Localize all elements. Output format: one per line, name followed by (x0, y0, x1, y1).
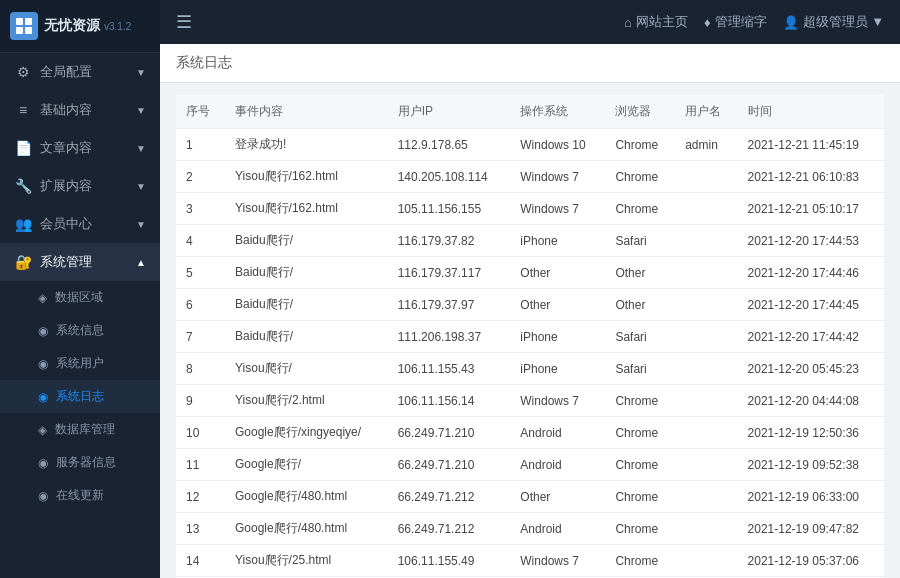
cell-6: 2021-12-20 05:45:23 (738, 353, 884, 385)
cell-5 (675, 513, 737, 545)
cell-1: Baidu爬行/ (225, 257, 388, 289)
table-row: 1登录成功!112.9.178.65Windows 10Chromeadmin2… (176, 129, 884, 161)
arrow-down-icon2: ▼ (136, 105, 146, 116)
sidebar-item-quanjupeizhit[interactable]: ⚙ 全局配置 ▼ (0, 53, 160, 91)
user2-icon: ◉ (38, 357, 48, 371)
sidebar-subitem-xitongriji[interactable]: ◉ 系统日志 (0, 380, 160, 413)
table-row: 13Google爬行/480.html66.249.71.212AndroidC… (176, 513, 884, 545)
cell-0: 14 (176, 545, 225, 577)
sidebar-subitem-xitongyonghu[interactable]: ◉ 系统用户 (0, 347, 160, 380)
topbar: ☰ ⌂ 网站主页 ♦ 管理缩字 👤 超级管理员 ▼ (160, 0, 900, 44)
cell-5 (675, 321, 737, 353)
cell-2: 111.206.198.37 (388, 321, 511, 353)
page-title: 系统日志 (160, 44, 900, 83)
sidebar-item-kuozhanneirong[interactable]: 🔧 扩展内容 ▼ (0, 167, 160, 205)
col-user: 用户名 (675, 95, 737, 129)
cell-3: Other (510, 289, 605, 321)
svg-rect-1 (25, 18, 32, 25)
cell-1: Yisou爬行/25.html (225, 545, 388, 577)
cell-5: admin (675, 129, 737, 161)
sidebar-item-jichuneirong[interactable]: ≡ 基础内容 ▼ (0, 91, 160, 129)
svg-rect-3 (25, 27, 32, 34)
cell-0: 7 (176, 321, 225, 353)
table-row: 6Baidu爬行/116.179.37.97OtherOther2021-12-… (176, 289, 884, 321)
topbar-right: ⌂ 网站主页 ♦ 管理缩字 👤 超级管理员 ▼ (624, 13, 884, 31)
sidebar-sublabel-shujukuguanli: 数据库管理 (55, 421, 115, 438)
cell-5 (675, 225, 737, 257)
cell-3: Android (510, 417, 605, 449)
cell-6: 2021-12-20 17:44:45 (738, 289, 884, 321)
avatar-icon: 👤 (783, 15, 799, 30)
cell-1: Yisou爬行/162.html (225, 161, 388, 193)
info-icon: ◉ (38, 324, 48, 338)
table-row: 7Baidu爬行/111.206.198.37iPhoneSafari2021-… (176, 321, 884, 353)
sidebar-label-wenzhanneirong: 文章内容 (40, 139, 92, 157)
home-link[interactable]: ⌂ 网站主页 (624, 13, 688, 31)
logo-version: v3.1.2 (104, 21, 131, 32)
content-area: 系统日志 序号 事件内容 用户IP 操作系统 浏览器 用户名 时间 1登录成功!… (160, 44, 900, 578)
cell-2: 116.179.37.82 (388, 225, 511, 257)
col-os: 操作系统 (510, 95, 605, 129)
sidebar-item-xitongguanli[interactable]: 🔐 系统管理 ▲ (0, 243, 160, 281)
cell-5 (675, 385, 737, 417)
cell-3: Windows 7 (510, 193, 605, 225)
sidebar-label-huiyuanzhongxin: 会员中心 (40, 215, 92, 233)
sidebar-item-wenzhanneirong[interactable]: 📄 文章内容 ▼ (0, 129, 160, 167)
cell-4: Chrome (605, 513, 675, 545)
gear-icon: ⚙ (14, 63, 32, 81)
cell-0: 11 (176, 449, 225, 481)
sidebar-item-huiyuanzhongxin[interactable]: 👥 会员中心 ▼ (0, 205, 160, 243)
cell-3: Other (510, 257, 605, 289)
cell-1: Google爬行/480.html (225, 513, 388, 545)
cell-1: Yisou爬行/ (225, 353, 388, 385)
sidebar-logo: 无忧资源 v3.1.2 (0, 0, 160, 53)
cell-0: 10 (176, 417, 225, 449)
sidebar-subitem-xitonginformation[interactable]: ◉ 系统信息 (0, 314, 160, 347)
svg-rect-0 (16, 18, 23, 25)
cell-0: 5 (176, 257, 225, 289)
menu-toggle-icon[interactable]: ☰ (176, 11, 192, 33)
cell-3: Android (510, 449, 605, 481)
cell-0: 9 (176, 385, 225, 417)
cell-1: Google爬行/ (225, 449, 388, 481)
cell-2: 116.179.37.97 (388, 289, 511, 321)
cell-1: Google爬行/480.html (225, 481, 388, 513)
cell-2: 106.11.155.49 (388, 545, 511, 577)
log-table: 序号 事件内容 用户IP 操作系统 浏览器 用户名 时间 1登录成功!112.9… (176, 95, 884, 578)
cell-2: 106.11.156.14 (388, 385, 511, 417)
col-id: 序号 (176, 95, 225, 129)
table-row: 3Yisou爬行/162.html105.11.156.155Windows 7… (176, 193, 884, 225)
table-row: 2Yisou爬行/162.html140.205.108.114Windows … (176, 161, 884, 193)
user-menu-link[interactable]: 👤 超级管理员 ▼ (783, 13, 884, 31)
db-icon: ◈ (38, 291, 47, 305)
cell-0: 1 (176, 129, 225, 161)
sidebar-subitem-fuwuqiinformation[interactable]: ◉ 服务器信息 (0, 446, 160, 479)
sidebar-subitem-zaixiangengxin[interactable]: ◉ 在线更新 (0, 479, 160, 512)
cell-3: Windows 7 (510, 545, 605, 577)
cell-1: Baidu爬行/ (225, 321, 388, 353)
col-event: 事件内容 (225, 95, 388, 129)
table-row: 10Google爬行/xingyeqiye/66.249.71.210Andro… (176, 417, 884, 449)
cell-6: 2021-12-19 06:33:00 (738, 481, 884, 513)
sidebar-label-xitongguanli: 系统管理 (40, 253, 92, 271)
main-area: ☰ ⌂ 网站主页 ♦ 管理缩字 👤 超级管理员 ▼ 系统日志 序号 (160, 0, 900, 578)
cell-6: 2021-12-19 12:50:36 (738, 417, 884, 449)
lock-icon: 🔐 (14, 253, 32, 271)
database-icon: ◈ (38, 423, 47, 437)
logo-name: 无忧资源 (44, 17, 100, 35)
sidebar-subitem-shujukuguanli[interactable]: ◈ 数据库管理 (0, 413, 160, 446)
log-table-wrapper: 序号 事件内容 用户IP 操作系统 浏览器 用户名 时间 1登录成功!112.9… (176, 95, 884, 578)
cell-4: Chrome (605, 129, 675, 161)
update-icon: ◉ (38, 489, 48, 503)
admin-tools-link[interactable]: ♦ 管理缩字 (704, 13, 767, 31)
sidebar-sublabel-fuwuqiinformation: 服务器信息 (56, 454, 116, 471)
log-icon: ◉ (38, 390, 48, 404)
cell-4: Safari (605, 225, 675, 257)
sidebar-subitem-shujuquyu[interactable]: ◈ 数据区域 (0, 281, 160, 314)
diamond-icon: ♦ (704, 15, 711, 30)
sidebar: 无忧资源 v3.1.2 ⚙ 全局配置 ▼ ≡ 基础内容 ▼ 📄 文章内容 ▼ 🔧… (0, 0, 160, 578)
cell-1: Yisou爬行/2.html (225, 385, 388, 417)
cell-4: Chrome (605, 449, 675, 481)
cell-2: 66.249.71.210 (388, 449, 511, 481)
cell-1: 登录成功! (225, 129, 388, 161)
